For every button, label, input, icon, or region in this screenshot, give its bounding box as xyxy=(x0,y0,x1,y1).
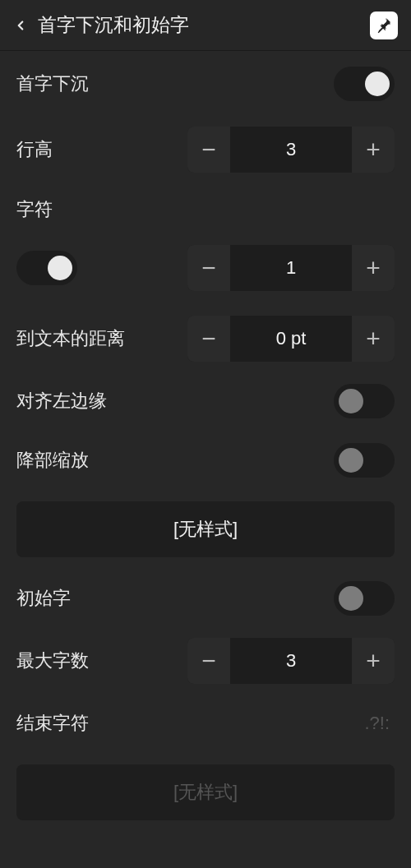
descender-scale-label: 降部缩放 xyxy=(16,448,89,473)
end-chars-row: 结束字符 .?!: xyxy=(16,694,395,753)
drop-cap-row: 首字下沉 xyxy=(16,51,395,117)
descender-scale-toggle[interactable] xyxy=(334,443,395,478)
end-chars-placeholder[interactable]: .?!: xyxy=(364,713,390,734)
header: 首字下沉和初始字 xyxy=(0,0,411,51)
plus-button[interactable]: + xyxy=(352,638,395,684)
initial-label: 初始字 xyxy=(16,586,71,611)
header-left: 首字下沉和初始字 xyxy=(13,12,189,38)
toggle-knob xyxy=(48,256,72,280)
max-chars-stepper: − 3 + xyxy=(187,638,395,684)
plus-button[interactable]: + xyxy=(352,127,395,173)
drop-cap-label: 首字下沉 xyxy=(16,72,89,96)
content: 首字下沉 行高 − 3 + 字符 − 1 + 到文本的距离 − 0 pt + 对… xyxy=(0,51,411,820)
minus-button[interactable]: − xyxy=(187,127,230,173)
line-height-stepper: − 3 + xyxy=(187,127,395,173)
align-left-toggle[interactable] xyxy=(334,384,395,418)
style-value: [无样式] xyxy=(173,517,238,542)
pin-icon xyxy=(375,16,393,35)
plus-button[interactable]: + xyxy=(352,316,395,362)
toggle-knob xyxy=(339,389,363,413)
line-height-label: 行高 xyxy=(16,137,53,162)
end-chars-label: 结束字符 xyxy=(16,711,89,736)
chars-row: − 1 + xyxy=(16,230,395,306)
align-left-label: 对齐左边缘 xyxy=(16,389,107,413)
pin-button[interactable] xyxy=(370,12,398,39)
chars-stepper: − 1 + xyxy=(187,245,395,291)
style-value: [无样式] xyxy=(173,780,238,805)
descender-scale-row: 降部缩放 xyxy=(16,431,395,490)
chars-label: 字符 xyxy=(16,182,395,230)
line-height-value[interactable]: 3 xyxy=(230,127,352,173)
plus-button[interactable]: + xyxy=(352,245,395,291)
distance-value[interactable]: 0 pt xyxy=(230,316,352,362)
page-title: 首字下沉和初始字 xyxy=(38,12,189,38)
line-height-row: 行高 − 3 + xyxy=(16,117,395,182)
distance-stepper: − 0 pt + xyxy=(187,316,395,362)
toggle-knob xyxy=(339,586,363,611)
minus-button[interactable]: − xyxy=(187,245,230,291)
toggle-knob xyxy=(365,72,390,96)
max-chars-value[interactable]: 3 xyxy=(230,638,352,684)
align-left-row: 对齐左边缘 xyxy=(16,372,395,431)
toggle-knob xyxy=(339,448,363,473)
chars-value[interactable]: 1 xyxy=(230,245,352,291)
distance-row: 到文本的距离 − 0 pt + xyxy=(16,306,395,372)
max-chars-row: 最大字数 − 3 + xyxy=(16,628,395,694)
initial-row: 初始字 xyxy=(16,569,395,628)
back-icon[interactable] xyxy=(13,18,28,33)
distance-label: 到文本的距离 xyxy=(16,326,125,351)
initial-toggle[interactable] xyxy=(334,581,395,616)
chars-toggle[interactable] xyxy=(16,251,77,285)
style-dropdown-2[interactable]: [无样式] xyxy=(16,764,395,820)
style-dropdown-1[interactable]: [无样式] xyxy=(16,501,395,557)
minus-button[interactable]: − xyxy=(187,638,230,684)
max-chars-label: 最大字数 xyxy=(16,649,89,673)
drop-cap-toggle[interactable] xyxy=(334,67,395,101)
minus-button[interactable]: − xyxy=(187,316,230,362)
